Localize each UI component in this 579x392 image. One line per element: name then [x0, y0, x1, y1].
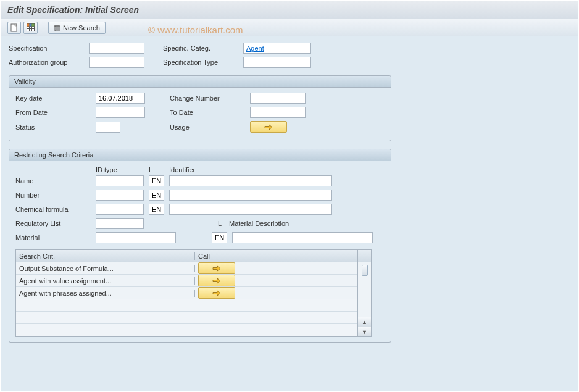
col-call: Call: [195, 252, 269, 260]
to-date-label: To Date: [170, 109, 250, 116]
col-idtype: ID type: [96, 166, 149, 173]
table-scrollbar[interactable]: ▲ ▼: [358, 249, 372, 337]
table-row[interactable]: Output Substance of Formula...: [16, 265, 195, 272]
new-search-label: New Search: [63, 24, 100, 31]
number-label: Number: [15, 191, 96, 199]
material-input[interactable]: [96, 232, 176, 243]
from-date-input[interactable]: [96, 107, 145, 118]
search-crit-table: Search Crit. Call Output Substance of Fo…: [15, 249, 358, 337]
table-row[interactable]: Agent with phrases assigned...: [16, 290, 195, 297]
arrow-right-icon: [212, 290, 221, 296]
svg-rect-6: [27, 24, 30, 27]
col-identifier: Identifier: [169, 166, 195, 173]
chevron-down-icon: ▼: [362, 329, 367, 335]
to-date-input[interactable]: [250, 107, 306, 118]
arrow-right-icon: [264, 124, 273, 130]
status-label: Status: [15, 123, 96, 131]
spec-type-input[interactable]: [243, 57, 311, 68]
svg-rect-7: [30, 24, 32, 27]
reg-label: Regulatory List: [15, 220, 96, 227]
scroll-up-button[interactable]: ▲: [358, 317, 371, 327]
reg-idtype-input[interactable]: [96, 218, 144, 229]
mat-label: Material: [15, 234, 96, 241]
key-date-input[interactable]: [96, 93, 145, 104]
call-button-0[interactable]: [198, 262, 235, 274]
usage-button[interactable]: [250, 121, 287, 133]
name-identifier-input[interactable]: [169, 175, 332, 186]
toolbar: New Search: [1, 19, 578, 36]
specification-label: Specification: [9, 44, 89, 52]
new-document-icon: [10, 23, 18, 32]
call-button-1[interactable]: [198, 275, 235, 286]
arrow-right-icon: [212, 278, 221, 284]
specific-categ-input[interactable]: [243, 43, 311, 54]
matdesc-label: Material Description: [229, 220, 289, 227]
specific-categ-label: Specific. Categ.: [163, 44, 243, 52]
material-desc-input[interactable]: [232, 232, 373, 243]
new-document-button[interactable]: [7, 22, 21, 34]
grid-icon: [27, 23, 35, 31]
auth-group-input[interactable]: [89, 57, 144, 68]
name-label: Name: [15, 177, 96, 185]
content-area: © www.tutorialkart.com Specification Spe…: [1, 36, 578, 391]
number-identifier-input[interactable]: [169, 190, 332, 201]
chem-lang-input[interactable]: [149, 204, 164, 215]
number-idtype-input[interactable]: [96, 190, 144, 201]
col-l: L: [149, 166, 169, 173]
validity-header: Validity: [9, 76, 391, 88]
scroll-handle[interactable]: [362, 265, 368, 276]
arrow-right-icon: [212, 265, 221, 272]
trash-icon: [54, 24, 60, 31]
table-row[interactable]: Agent with value assignment...: [16, 277, 195, 285]
status-input[interactable]: [96, 122, 120, 133]
toolbar-separator: [43, 22, 43, 33]
col-search-crit: Search Crit.: [16, 252, 195, 260]
matdesc-l-label: L: [218, 220, 229, 227]
name-idtype-input[interactable]: [96, 175, 144, 186]
from-date-label: From Date: [15, 109, 96, 116]
scroll-down-button[interactable]: ▼: [358, 327, 371, 336]
number-lang-input[interactable]: [149, 190, 164, 201]
call-button-2[interactable]: [198, 287, 235, 299]
usage-label: Usage: [170, 123, 250, 131]
auth-group-label: Authorization group: [9, 59, 89, 66]
change-number-input[interactable]: [250, 93, 306, 104]
chevron-up-icon: ▲: [362, 319, 367, 325]
chem-identifier-input[interactable]: [169, 204, 332, 215]
specification-input[interactable]: [89, 43, 144, 54]
spec-type-label: Specification Type: [163, 59, 243, 66]
svg-rect-8: [32, 24, 35, 27]
change-number-label: Change Number: [170, 94, 250, 102]
key-date-label: Key date: [15, 94, 96, 102]
chem-idtype-input[interactable]: [96, 204, 144, 215]
name-lang-input[interactable]: [149, 175, 164, 186]
grid-button[interactable]: [23, 22, 38, 34]
material-lang-input[interactable]: [212, 232, 227, 243]
restrict-header: Restricting Search Criteria: [9, 149, 391, 161]
page-title: Edit Specification: Initial Screen: [1, 1, 578, 19]
new-search-button[interactable]: New Search: [48, 22, 106, 34]
chem-label: Chemical formula: [15, 206, 96, 213]
